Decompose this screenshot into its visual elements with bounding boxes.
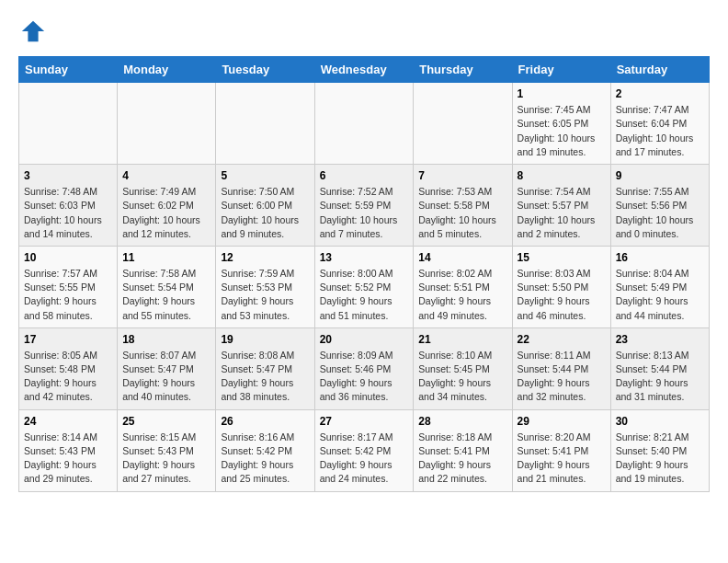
day-info: Sunrise: 8:03 AM Sunset: 5:50 PM Dayligh… — [518, 267, 606, 323]
day-number: 28 — [418, 415, 506, 428]
day-info: Sunrise: 8:15 AM Sunset: 5:43 PM Dayligh… — [122, 431, 210, 487]
day-cell: 26Sunrise: 8:16 AM Sunset: 5:42 PM Dayli… — [216, 409, 314, 491]
day-cell: 4Sunrise: 7:49 AM Sunset: 6:02 PM Daylig… — [118, 165, 216, 247]
day-number: 6 — [320, 169, 409, 182]
day-cell: 7Sunrise: 7:53 AM Sunset: 5:58 PM Daylig… — [414, 165, 512, 247]
day-cell: 30Sunrise: 8:21 AM Sunset: 5:40 PM Dayli… — [610, 409, 709, 491]
day-cell — [216, 83, 314, 165]
day-cell: 3Sunrise: 7:48 AM Sunset: 6:03 PM Daylig… — [19, 165, 118, 247]
week-row-4: 17Sunrise: 8:05 AM Sunset: 5:48 PM Dayli… — [19, 327, 710, 409]
weekday-header-thursday: Thursday — [414, 57, 512, 83]
day-number: 19 — [221, 333, 309, 346]
header — [18, 18, 710, 49]
day-cell — [19, 83, 118, 165]
day-cell: 21Sunrise: 8:10 AM Sunset: 5:45 PM Dayli… — [414, 327, 512, 409]
day-cell: 27Sunrise: 8:17 AM Sunset: 5:42 PM Dayli… — [314, 409, 414, 491]
day-cell: 22Sunrise: 8:11 AM Sunset: 5:44 PM Dayli… — [512, 327, 610, 409]
day-number: 9 — [616, 169, 704, 182]
week-row-1: 1Sunrise: 7:45 AM Sunset: 6:05 PM Daylig… — [19, 83, 710, 165]
day-info: Sunrise: 8:18 AM Sunset: 5:41 PM Dayligh… — [418, 431, 506, 487]
day-info: Sunrise: 7:55 AM Sunset: 5:56 PM Dayligh… — [616, 185, 704, 241]
day-info: Sunrise: 7:48 AM Sunset: 6:03 PM Dayligh… — [24, 185, 112, 241]
day-info: Sunrise: 7:59 AM Sunset: 5:53 PM Dayligh… — [221, 267, 309, 323]
svg-marker-0 — [22, 21, 44, 41]
week-row-5: 24Sunrise: 8:14 AM Sunset: 5:43 PM Dayli… — [19, 409, 710, 491]
day-info: Sunrise: 8:20 AM Sunset: 5:41 PM Dayligh… — [518, 431, 606, 487]
day-cell: 14Sunrise: 8:02 AM Sunset: 5:51 PM Dayli… — [414, 246, 512, 327]
day-number: 22 — [518, 333, 606, 346]
day-info: Sunrise: 8:09 AM Sunset: 5:46 PM Dayligh… — [320, 349, 409, 405]
weekday-header-sunday: Sunday — [19, 57, 118, 83]
day-number: 1 — [518, 87, 606, 100]
weekday-header-friday: Friday — [512, 57, 610, 83]
day-number: 17 — [24, 333, 112, 346]
logo-icon — [20, 18, 46, 44]
day-cell: 18Sunrise: 8:07 AM Sunset: 5:47 PM Dayli… — [118, 327, 216, 409]
day-number: 12 — [221, 251, 309, 264]
day-info: Sunrise: 7:49 AM Sunset: 6:02 PM Dayligh… — [122, 185, 210, 241]
day-info: Sunrise: 8:02 AM Sunset: 5:51 PM Dayligh… — [418, 267, 506, 323]
day-info: Sunrise: 7:58 AM Sunset: 5:54 PM Dayligh… — [122, 267, 210, 323]
day-info: Sunrise: 8:04 AM Sunset: 5:49 PM Dayligh… — [616, 267, 704, 323]
day-number: 11 — [122, 251, 210, 264]
day-info: Sunrise: 7:57 AM Sunset: 5:55 PM Dayligh… — [24, 267, 112, 323]
day-info: Sunrise: 8:08 AM Sunset: 5:47 PM Dayligh… — [221, 349, 309, 405]
day-info: Sunrise: 8:17 AM Sunset: 5:42 PM Dayligh… — [320, 431, 409, 487]
day-cell: 13Sunrise: 8:00 AM Sunset: 5:52 PM Dayli… — [314, 246, 414, 327]
day-cell — [118, 83, 216, 165]
day-cell: 9Sunrise: 7:55 AM Sunset: 5:56 PM Daylig… — [610, 165, 709, 247]
day-cell: 17Sunrise: 8:05 AM Sunset: 5:48 PM Dayli… — [19, 327, 118, 409]
day-cell: 5Sunrise: 7:50 AM Sunset: 6:00 PM Daylig… — [216, 165, 314, 247]
day-cell: 11Sunrise: 7:58 AM Sunset: 5:54 PM Dayli… — [118, 246, 216, 327]
day-cell: 6Sunrise: 7:52 AM Sunset: 5:59 PM Daylig… — [314, 165, 414, 247]
day-info: Sunrise: 8:00 AM Sunset: 5:52 PM Dayligh… — [320, 267, 409, 323]
day-info: Sunrise: 7:45 AM Sunset: 6:05 PM Dayligh… — [518, 103, 606, 159]
day-number: 8 — [518, 169, 606, 182]
day-number: 15 — [518, 251, 606, 264]
weekday-header-saturday: Saturday — [610, 57, 709, 83]
day-number: 23 — [616, 333, 704, 346]
day-number: 16 — [616, 251, 704, 264]
day-info: Sunrise: 8:07 AM Sunset: 5:47 PM Dayligh… — [122, 349, 210, 405]
day-number: 4 — [122, 169, 210, 182]
day-cell: 16Sunrise: 8:04 AM Sunset: 5:49 PM Dayli… — [610, 246, 709, 327]
calendar: SundayMondayTuesdayWednesdayThursdayFrid… — [18, 56, 710, 491]
day-cell: 19Sunrise: 8:08 AM Sunset: 5:47 PM Dayli… — [216, 327, 314, 409]
day-cell: 1Sunrise: 7:45 AM Sunset: 6:05 PM Daylig… — [512, 83, 610, 165]
page: SundayMondayTuesdayWednesdayThursdayFrid… — [0, 0, 728, 501]
day-info: Sunrise: 8:13 AM Sunset: 5:44 PM Dayligh… — [616, 349, 704, 405]
day-info: Sunrise: 7:52 AM Sunset: 5:59 PM Dayligh… — [320, 185, 409, 241]
day-number: 10 — [24, 251, 112, 264]
day-cell: 8Sunrise: 7:54 AM Sunset: 5:57 PM Daylig… — [512, 165, 610, 247]
day-number: 5 — [221, 169, 309, 182]
day-cell: 12Sunrise: 7:59 AM Sunset: 5:53 PM Dayli… — [216, 246, 314, 327]
week-row-2: 3Sunrise: 7:48 AM Sunset: 6:03 PM Daylig… — [19, 165, 710, 247]
day-number: 3 — [24, 169, 112, 182]
day-info: Sunrise: 8:11 AM Sunset: 5:44 PM Dayligh… — [518, 349, 606, 405]
week-row-3: 10Sunrise: 7:57 AM Sunset: 5:55 PM Dayli… — [19, 246, 710, 327]
weekday-header-row: SundayMondayTuesdayWednesdayThursdayFrid… — [19, 57, 710, 83]
day-cell — [314, 83, 414, 165]
day-info: Sunrise: 8:05 AM Sunset: 5:48 PM Dayligh… — [24, 349, 112, 405]
day-number: 25 — [122, 415, 210, 428]
day-info: Sunrise: 7:54 AM Sunset: 5:57 PM Dayligh… — [518, 185, 606, 241]
day-number: 7 — [418, 169, 506, 182]
day-number: 13 — [320, 251, 409, 264]
day-number: 29 — [518, 415, 606, 428]
weekday-header-tuesday: Tuesday — [216, 57, 314, 83]
logo-text — [18, 18, 46, 49]
day-cell: 2Sunrise: 7:47 AM Sunset: 6:04 PM Daylig… — [610, 83, 709, 165]
day-cell: 20Sunrise: 8:09 AM Sunset: 5:46 PM Dayli… — [314, 327, 414, 409]
day-number: 30 — [616, 415, 704, 428]
day-info: Sunrise: 8:21 AM Sunset: 5:40 PM Dayligh… — [616, 431, 704, 487]
day-info: Sunrise: 7:47 AM Sunset: 6:04 PM Dayligh… — [616, 103, 704, 159]
day-cell: 15Sunrise: 8:03 AM Sunset: 5:50 PM Dayli… — [512, 246, 610, 327]
day-number: 26 — [221, 415, 309, 428]
day-info: Sunrise: 7:53 AM Sunset: 5:58 PM Dayligh… — [418, 185, 506, 241]
weekday-header-monday: Monday — [118, 57, 216, 83]
day-info: Sunrise: 8:14 AM Sunset: 5:43 PM Dayligh… — [24, 431, 112, 487]
day-cell: 10Sunrise: 7:57 AM Sunset: 5:55 PM Dayli… — [19, 246, 118, 327]
day-info: Sunrise: 8:10 AM Sunset: 5:45 PM Dayligh… — [418, 349, 506, 405]
day-cell: 25Sunrise: 8:15 AM Sunset: 5:43 PM Dayli… — [118, 409, 216, 491]
day-cell: 23Sunrise: 8:13 AM Sunset: 5:44 PM Dayli… — [610, 327, 709, 409]
